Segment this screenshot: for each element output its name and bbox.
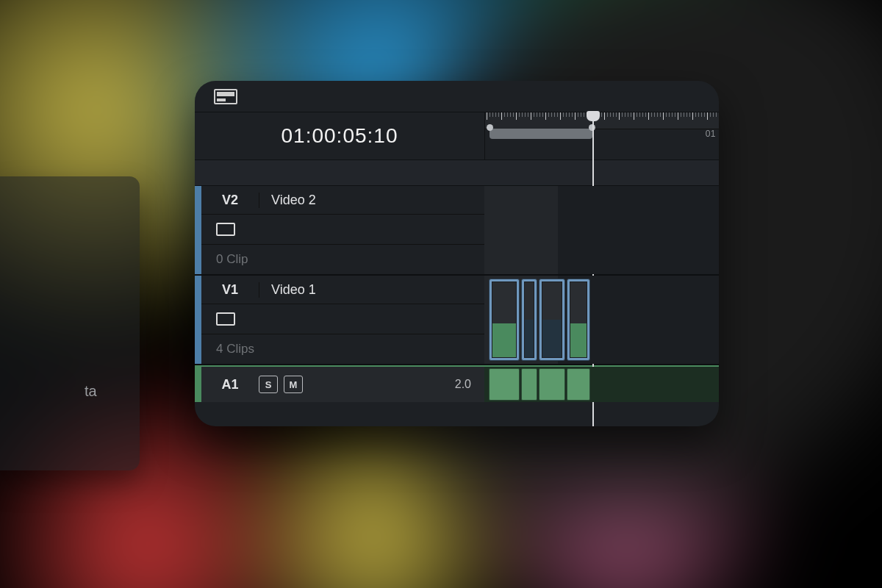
track-color-stripe: [195, 186, 201, 274]
background-panel: ta: [0, 176, 140, 470]
background-panel-label: ta: [85, 383, 97, 400]
audio-clip[interactable]: [567, 368, 590, 401]
video-track-v1[interactable]: V1 Video 1 4 Clips: [195, 276, 719, 365]
monitor-icon[interactable]: [216, 312, 235, 326]
track-name[interactable]: Video 2: [259, 193, 484, 208]
video-clip[interactable]: [521, 279, 537, 361]
timeline-view-icon[interactable]: [214, 89, 237, 104]
track-lane-v2[interactable]: [484, 186, 719, 274]
audio-track-a1[interactable]: A1 S M 2.0: [195, 365, 719, 402]
track-id[interactable]: V1: [201, 282, 259, 298]
track-name[interactable]: Video 1: [259, 282, 484, 298]
timeline-panel: 01:00:05:10 01:00:00:00 01 V2 Video 2 0 …: [195, 81, 719, 426]
timecode-display[interactable]: 01:00:05:10: [195, 112, 485, 159]
video-track-v2[interactable]: V2 Video 2 0 Clip: [195, 186, 719, 276]
audio-clip[interactable]: [521, 368, 537, 401]
track-id[interactable]: V2: [201, 193, 259, 208]
video-clip[interactable]: [539, 279, 565, 361]
audio-clip[interactable]: [539, 368, 565, 401]
timeline-ruler[interactable]: 01:00:00:00 01: [485, 112, 719, 159]
solo-button[interactable]: S: [259, 376, 278, 393]
audio-pan-value[interactable]: 2.0: [455, 378, 471, 391]
track-color-stripe: [195, 276, 201, 364]
track-id[interactable]: A1: [201, 377, 259, 392]
in-out-range[interactable]: [490, 129, 592, 139]
clip-count: 4 Clips: [201, 334, 484, 364]
video-clip[interactable]: [567, 279, 590, 361]
monitor-icon[interactable]: [216, 223, 235, 236]
mute-button[interactable]: M: [284, 376, 303, 393]
clip-count: 0 Clip: [201, 245, 484, 274]
track-lane-a1[interactable]: [484, 367, 719, 402]
video-clip[interactable]: [489, 279, 520, 361]
timeline-spacer: [195, 159, 719, 186]
track-lane-v1[interactable]: [484, 276, 719, 364]
track-color-stripe: [195, 367, 201, 402]
audio-clip[interactable]: [489, 368, 520, 401]
timeline-toolbar: [195, 81, 719, 112]
ruler-label-end: 01: [706, 129, 716, 139]
